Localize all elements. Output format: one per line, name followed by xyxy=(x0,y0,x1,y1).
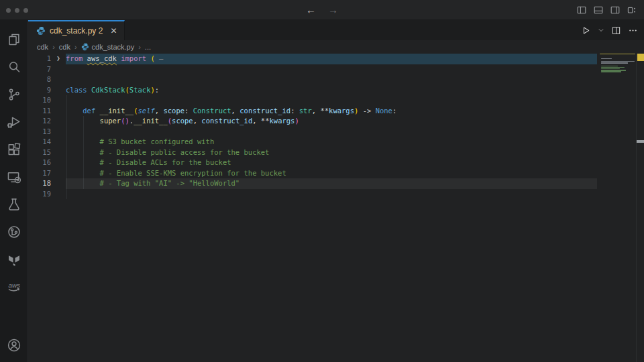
minimap-line xyxy=(601,62,628,63)
line-content[interactable]: class CdkStack(Stack): xyxy=(66,85,597,96)
back-icon[interactable]: ← xyxy=(306,5,316,15)
line-number: 14 xyxy=(28,137,51,147)
fold-gutter xyxy=(51,127,66,137)
code-line-17[interactable]: 17 # - Enable SSE-KMS encryption for the… xyxy=(28,168,644,179)
forward-icon[interactable]: → xyxy=(328,5,338,15)
line-content[interactable] xyxy=(66,95,597,106)
fold-gutter xyxy=(51,74,66,85)
line-content[interactable]: # - Enable SSE-KMS encryption for the bu… xyxy=(66,168,597,179)
fold-gutter xyxy=(51,168,66,179)
code-line-16[interactable]: 16 # - Disable ACLs for the bucket xyxy=(28,158,644,168)
line-content[interactable]: # - Disable ACLs for the bucket xyxy=(66,158,597,168)
editor[interactable]: 1❯from aws_cdk import ( –789class CdkSta… xyxy=(28,54,644,362)
code-line-19[interactable]: 19 xyxy=(28,189,644,200)
activity-bar: aws xyxy=(0,20,28,362)
toggle-secondary-sidebar-icon[interactable] xyxy=(610,5,621,15)
breadcrumb-item[interactable]: cdk_stack.py xyxy=(81,43,135,51)
code-line-8[interactable]: 8 xyxy=(28,74,644,85)
activity-item-testing[interactable] xyxy=(0,190,28,218)
line-number: 13 xyxy=(28,127,51,137)
activity-item-remote-explorer[interactable] xyxy=(0,163,28,190)
minimap-line xyxy=(601,58,612,59)
minimap-line xyxy=(601,68,620,69)
customize-layout-icon[interactable] xyxy=(627,5,637,15)
code-line-1[interactable]: 1❯from aws_cdk import ( – xyxy=(28,54,644,64)
extensions-icon xyxy=(7,142,21,157)
activity-item-explorer[interactable] xyxy=(0,25,28,53)
breadcrumb: cdk›cdk›cdk_stack.py›... xyxy=(28,40,644,54)
line-content[interactable] xyxy=(66,189,597,200)
cursor-marker xyxy=(637,140,644,143)
code-area[interactable]: 1❯from aws_cdk import ( –789class CdkSta… xyxy=(28,54,644,199)
line-number: 18 xyxy=(28,178,51,189)
code-line-13[interactable]: 13 xyxy=(28,127,644,137)
activity-item-extensions[interactable] xyxy=(0,135,28,163)
code-line-7[interactable]: 7 xyxy=(28,64,644,75)
activity-item-source-control[interactable] xyxy=(0,80,28,108)
code-line-9[interactable]: 9class CdkStack(Stack): xyxy=(28,85,644,96)
overview-ruler[interactable] xyxy=(636,54,644,362)
code-line-10[interactable]: 10 xyxy=(28,95,644,106)
line-content[interactable]: def __init__(self, scope: Construct, con… xyxy=(66,106,597,117)
fold-gutter xyxy=(51,116,66,127)
split-editor[interactable] xyxy=(611,25,621,36)
minimap-line xyxy=(600,54,635,54)
code-line-14[interactable]: 14 # S3 bucket configured with xyxy=(28,137,644,147)
fold-gutter xyxy=(51,189,66,200)
fold-gutter xyxy=(51,64,66,75)
line-content[interactable]: # - Tag with "AI" -> "HelloWorld" xyxy=(66,178,597,189)
files-icon xyxy=(7,32,21,47)
minimap[interactable] xyxy=(599,54,636,362)
search-icon xyxy=(7,60,21,74)
close-icon[interactable]: ✕ xyxy=(110,26,117,36)
line-number: 1 xyxy=(28,54,51,64)
aws-icon: aws xyxy=(7,280,21,294)
run-dropdown[interactable] xyxy=(598,27,604,34)
activity-item-terraform[interactable] xyxy=(0,245,28,273)
toggle-sidebar-icon[interactable] xyxy=(576,5,587,15)
title-bar: ← → xyxy=(0,0,644,20)
fold-gutter xyxy=(51,106,66,117)
breadcrumb-item[interactable]: cdk xyxy=(37,43,48,51)
chevron-right-icon: › xyxy=(52,43,55,51)
line-content[interactable]: from aws_cdk import ( – xyxy=(66,54,597,64)
code-line-11[interactable]: 11 def __init__(self, scope: Construct, … xyxy=(28,106,644,117)
line-content[interactable]: # - Disable public access for the bucket xyxy=(66,147,597,158)
code-line-18[interactable]: 18 # - Tag with "AI" -> "HelloWorld" xyxy=(28,178,644,189)
activity-item-search[interactable] xyxy=(0,53,28,80)
remote-icon xyxy=(7,170,21,184)
minimap-line xyxy=(601,67,625,68)
activity-item-accounts[interactable] xyxy=(0,331,28,359)
terraform-icon xyxy=(7,252,21,267)
chevron-right-icon: › xyxy=(74,43,77,51)
line-number: 12 xyxy=(28,116,51,127)
breadcrumb-item[interactable]: cdk xyxy=(59,43,70,51)
tab-label: cdk_stack.py 2 xyxy=(50,26,103,36)
warning-marker xyxy=(637,54,644,61)
breadcrumb-item[interactable]: ... xyxy=(145,43,151,51)
fold-gutter xyxy=(51,137,66,147)
circle-branch-icon xyxy=(7,225,21,239)
editor-actions xyxy=(581,20,638,40)
code-line-15[interactable]: 15 # - Disable public access for the buc… xyxy=(28,147,644,158)
minimap-line xyxy=(601,70,626,70)
line-content[interactable] xyxy=(66,64,597,75)
activity-item-run-and-debug[interactable] xyxy=(0,108,28,135)
line-content[interactable]: # S3 bucket configured with xyxy=(66,137,597,147)
fold-gutter xyxy=(51,147,66,158)
fold-gutter xyxy=(51,95,66,106)
line-content[interactable] xyxy=(66,127,597,137)
chevron-right-icon: › xyxy=(138,43,141,51)
run-python-file[interactable] xyxy=(581,25,591,36)
source-control-icon xyxy=(7,87,21,102)
more-actions[interactable] xyxy=(628,25,638,36)
toggle-panel-icon[interactable] xyxy=(593,5,604,15)
line-content[interactable] xyxy=(66,74,597,85)
minimap-line xyxy=(601,66,618,66)
tab-cdk-stack[interactable]: cdk_stack.py 2 ✕ xyxy=(28,20,125,40)
fold-chevron-icon[interactable]: ❯ xyxy=(51,54,66,64)
code-line-12[interactable]: 12 super().__init__(scope, construct_id,… xyxy=(28,116,644,127)
activity-item-git-graph[interactable] xyxy=(0,218,28,245)
activity-item-aws-toolkit[interactable]: aws xyxy=(0,273,28,300)
line-content[interactable]: super().__init__(scope, construct_id, **… xyxy=(66,116,597,127)
